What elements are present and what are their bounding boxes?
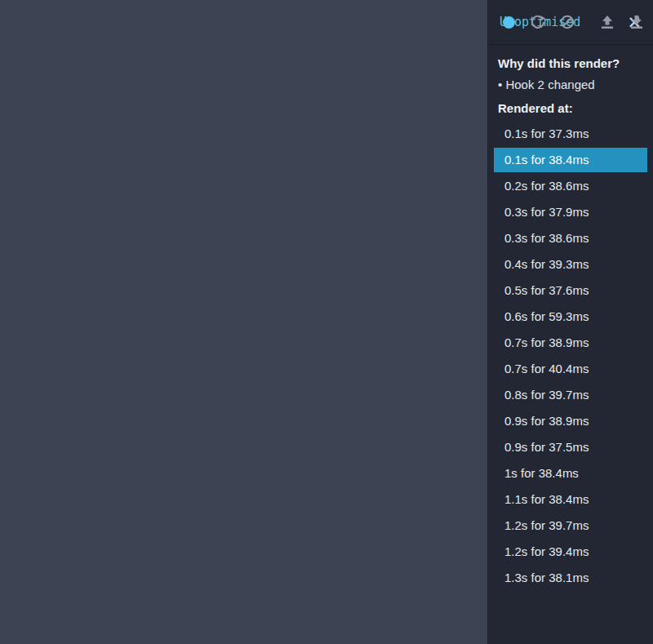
rendered-at-item[interactable]: 0.4s for 39.3ms [494, 252, 647, 277]
upload-profile-button[interactable] [593, 0, 622, 44]
reload-profile-button[interactable] [523, 0, 553, 44]
rendered-at-title: Rendered at: [498, 101, 643, 115]
panel-divider [0, 0, 487, 644]
rendered-at-item[interactable]: 0.9s for 38.9ms [494, 409, 647, 433]
bullet-icon: • [498, 78, 502, 91]
rendered-at-item[interactable]: 0.3s for 37.9ms [494, 200, 647, 224]
rendered-at-item[interactable]: 0.1s for 37.3ms [494, 122, 647, 146]
clear-icon [559, 14, 575, 30]
why-render-title: Why did this render? [498, 56, 643, 70]
rendered-at-item[interactable]: 1.1s for 38.4ms [494, 487, 647, 512]
rendered-at-item[interactable]: 0.7s for 38.9ms [494, 331, 647, 355]
rendered-at-item[interactable]: 0.7s for 40.4ms [494, 357, 647, 381]
why-render-reason-text: Hook 2 changed [505, 78, 594, 91]
rendered-at-item[interactable]: 0.8s for 39.7ms [494, 383, 647, 407]
rendered-at-item[interactable]: 0.5s for 37.6ms [494, 278, 647, 303]
rendered-at-item[interactable]: 1.2s for 39.7ms [494, 513, 647, 538]
rendered-at-item[interactable]: 0.3s for 38.6ms [494, 226, 647, 251]
rendered-at-item-selected[interactable]: 0.1s for 38.4ms [494, 148, 647, 172]
clear-profile-button[interactable] [553, 0, 582, 44]
rendered-at-item[interactable]: 0.9s for 37.5ms [494, 435, 647, 460]
rendered-at-item[interactable]: 0.6s for 59.3ms [494, 304, 647, 329]
details-panel: Why did this render? • Hook 2 changed Re… [488, 45, 653, 644]
download-profile-icon [629, 14, 645, 30]
record-button[interactable] [494, 0, 523, 44]
download-profile-button[interactable] [622, 0, 651, 44]
record-icon [503, 16, 515, 29]
rendered-at-item[interactable]: 0.2s for 38.6ms [494, 174, 647, 198]
why-render-reason: • Hook 2 changed [498, 78, 643, 91]
upload-profile-icon [599, 14, 615, 30]
rendered-at-list: 0.1s for 37.3ms0.1s for 38.4ms0.2s for 3… [488, 122, 653, 590]
reload-icon [530, 14, 546, 30]
rendered-at-item[interactable]: 1.2s for 39.4ms [494, 540, 647, 564]
profiler-window: 2 / 18 ← → Unoptimised ✕ xtUIProvider$18… [0, 0, 653, 644]
rendered-at-item[interactable]: 1s for 38.4ms [494, 461, 647, 486]
rendered-at-item[interactable]: 1.3s for 38.1ms [494, 566, 647, 590]
